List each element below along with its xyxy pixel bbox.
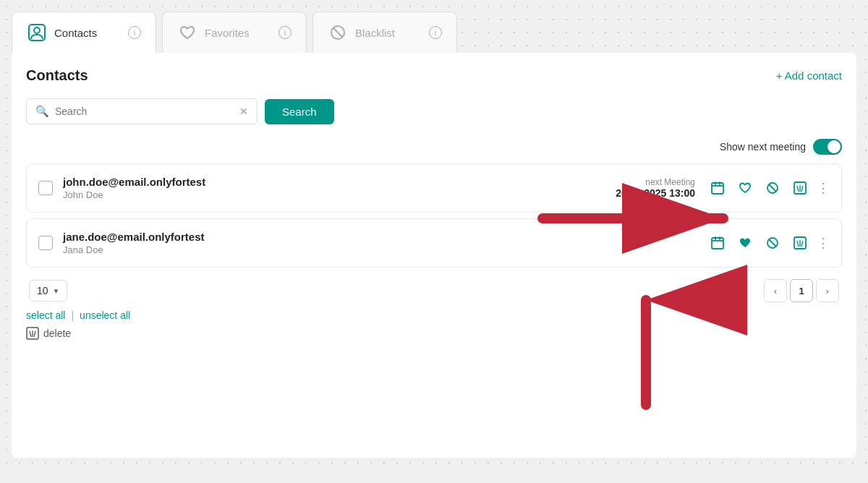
- per-page-select[interactable]: 10 ▼: [29, 280, 67, 302]
- favorites-icon: [177, 22, 197, 43]
- per-page-value: 10: [37, 285, 48, 296]
- toggle-thumb: [827, 140, 841, 153]
- more-icon-john[interactable]: ⋮: [817, 180, 830, 196]
- contact-email-john: john.doe@email.onlyfortest: [63, 176, 616, 188]
- select-all-link[interactable]: select all: [26, 309, 65, 321]
- delete-icon-john[interactable]: [789, 177, 811, 199]
- contacts-icon: [27, 22, 47, 43]
- show-next-meeting-label: Show next meeting: [720, 141, 806, 153]
- contacts-info-icon[interactable]: i: [128, 26, 141, 39]
- more-icon-jane[interactable]: ⋮: [817, 235, 830, 251]
- contact-checkbox-john[interactable]: [38, 181, 53, 195]
- search-input[interactable]: [55, 106, 234, 117]
- add-contact-button[interactable]: + Add contact: [776, 69, 842, 82]
- tab-contacts-label: Contacts: [54, 27, 97, 39]
- select-all-row: select all | unselect all: [26, 309, 842, 321]
- delete-row-icon: [26, 327, 39, 340]
- prev-page-button[interactable]: ‹: [764, 279, 787, 302]
- show-next-meeting-row: Show next meeting: [26, 139, 842, 155]
- contact-info-jane: jane.doe@email.onlyfortest Jana Doe: [63, 231, 385, 255]
- contact-email-jane: jane.doe@email.onlyfortest: [63, 231, 385, 243]
- contact-actions-john: ⋮: [707, 177, 830, 199]
- contact-row-john: john.doe@email.onlyfortest John Doe next…: [26, 163, 842, 213]
- tab-blacklist[interactable]: Blacklist i: [312, 12, 457, 53]
- block-icon-john[interactable]: [762, 177, 783, 199]
- select-divider: |: [71, 309, 74, 321]
- tab-favorites[interactable]: Favorites i: [162, 12, 307, 53]
- tab-favorites-label: Favorites: [205, 27, 250, 39]
- next-meeting-info-john: next Meeting 26.03.2025 13:00: [616, 177, 695, 199]
- delete-icon-jane[interactable]: [789, 232, 811, 254]
- delete-button[interactable]: delete: [43, 328, 71, 339]
- tab-contacts[interactable]: Contacts i: [12, 12, 156, 53]
- calendar-icon-john[interactable]: [707, 177, 728, 199]
- search-input-wrapper: 🔍 ✕: [26, 98, 258, 124]
- favorite-icon-john[interactable]: [734, 177, 756, 199]
- favorite-icon-jane[interactable]: [734, 232, 756, 254]
- contact-info-john: john.doe@email.onlyfortest John Doe: [63, 176, 616, 200]
- blacklist-info-icon[interactable]: i: [429, 26, 442, 39]
- search-button[interactable]: Search: [265, 99, 334, 124]
- svg-rect-6: [712, 238, 723, 249]
- favorites-info-icon[interactable]: i: [278, 26, 292, 39]
- page-1-button[interactable]: 1: [790, 279, 813, 302]
- page-controls: ‹ 1 ›: [764, 279, 839, 302]
- blacklist-icon: [328, 22, 348, 43]
- block-icon-jane[interactable]: [762, 232, 783, 254]
- calendar-icon-jane[interactable]: [707, 232, 728, 254]
- search-icon: 🔍: [35, 105, 49, 118]
- contact-row-jane: jane.doe@email.onlyfortest Jana Doe: [26, 218, 842, 268]
- svg-point-1: [34, 27, 40, 33]
- pagination-row: 10 ▼ ‹ 1 ›: [26, 279, 842, 302]
- search-clear-icon[interactable]: ✕: [239, 106, 248, 117]
- svg-rect-3: [712, 183, 723, 194]
- contact-actions-jane: ⋮: [707, 232, 830, 254]
- next-meeting-date-john: 26.03.2025 13:00: [616, 187, 695, 199]
- unselect-all-link[interactable]: unselect all: [80, 309, 130, 321]
- contact-checkbox-jane[interactable]: [38, 236, 53, 250]
- next-page-button[interactable]: ›: [816, 279, 839, 302]
- contact-name-jane: Jana Doe: [63, 244, 385, 255]
- per-page-arrow-icon: ▼: [53, 287, 60, 295]
- page-title: Contacts: [26, 67, 88, 84]
- next-meeting-label-john: next Meeting: [616, 177, 695, 187]
- contact-name-john: John Doe: [63, 189, 616, 200]
- tab-blacklist-label: Blacklist: [355, 27, 395, 39]
- content-header: Contacts + Add contact: [26, 67, 842, 84]
- search-bar: 🔍 ✕ Search: [26, 98, 842, 124]
- delete-row: delete: [26, 327, 842, 340]
- show-next-meeting-toggle[interactable]: [813, 139, 842, 155]
